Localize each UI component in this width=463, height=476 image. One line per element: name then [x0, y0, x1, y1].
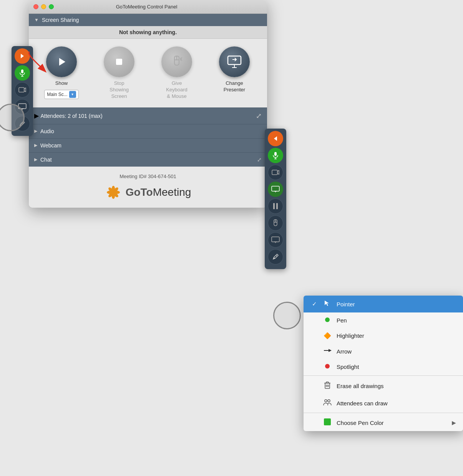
menu-item-spotlight[interactable]: Spotlight	[304, 359, 463, 374]
meeting-footer: Meeting ID# 304-674-501 GoToMee	[29, 167, 267, 208]
menu-item-attendees-draw[interactable]: Attendees can draw	[304, 395, 463, 412]
svg-point-61	[328, 400, 330, 402]
dropdown-text: Main Sc...	[47, 92, 67, 97]
right-screen-share-button[interactable]	[268, 182, 283, 197]
chat-row: ▶ Chat ⤢	[29, 152, 267, 167]
menu-item-pointer[interactable]: ✓ Pointer	[304, 296, 463, 312]
highlighter-label: Highlighter	[337, 332, 456, 339]
right-back-button[interactable]	[268, 131, 283, 146]
sidebar-screen-button[interactable]	[15, 99, 30, 114]
svg-marker-37	[277, 170, 279, 174]
right-mic-button[interactable]	[268, 148, 283, 163]
svg-line-5	[180, 58, 182, 58]
attendees-fullscreen-icon[interactable]: ⤢	[256, 112, 262, 120]
svg-rect-22	[21, 69, 23, 73]
arrow-left-icon	[272, 135, 279, 142]
screen-sharing-label: Screen Sharing	[42, 17, 79, 23]
monitor-icon	[18, 103, 27, 110]
webcam-info: ▶ Webcam	[34, 142, 61, 149]
svg-rect-38	[272, 186, 279, 191]
spotlight-dot-icon	[323, 363, 332, 370]
menu-divider-1	[304, 375, 463, 376]
change-presenter-label: ChangePresenter	[224, 80, 245, 93]
menu-item-pen-color[interactable]: Choose Pen Color ▶	[304, 414, 463, 431]
mouse-right-icon	[272, 219, 279, 227]
stop-showing-label: StopShowingScreen	[110, 80, 129, 100]
pause-icon	[272, 202, 279, 210]
svg-marker-0	[59, 58, 65, 66]
svg-point-20	[111, 190, 116, 195]
give-keyboard-button[interactable]	[161, 46, 192, 77]
spotlight-label: Spotlight	[337, 364, 456, 370]
show-button-wrap: Show Main Sc... ▾	[38, 46, 85, 99]
menu-item-arrow[interactable]: Arrow	[304, 344, 463, 359]
gotomeeting-logo-icon	[105, 184, 122, 201]
sidebar-collapse-button[interactable]	[15, 48, 30, 64]
attendees-label: Attendees: 2 of 101 (max)	[40, 113, 102, 119]
color-square-icon	[323, 418, 332, 427]
screen-dropdown[interactable]: Main Sc... ▾	[44, 90, 78, 99]
menu-divider-2	[304, 413, 463, 413]
chat-fullscreen-icon[interactable]: ⤢	[257, 157, 262, 163]
left-sidebar	[12, 46, 33, 136]
show-button[interactable]	[46, 46, 77, 77]
menu-item-highlighter[interactable]: 🔶 Highlighter	[304, 328, 463, 344]
audio-expand-icon[interactable]: ▶	[34, 129, 37, 134]
stop-icon	[113, 56, 125, 68]
arrow-label: Arrow	[337, 348, 456, 355]
svg-marker-21	[21, 54, 24, 58]
menu-item-erase[interactable]: Erase all drawings	[304, 377, 463, 395]
control-panel-window: GoToMeeting Control Panel ▼ Screen Shari…	[29, 0, 267, 208]
right-mouse-button[interactable]	[268, 215, 283, 231]
svg-rect-33	[274, 152, 277, 156]
camera-right-icon	[272, 169, 279, 175]
screen-sharing-header: ▼ Screen Sharing	[29, 14, 267, 26]
menu-item-pen[interactable]: Pen	[304, 312, 463, 328]
highlighter-icon: 🔶	[323, 332, 332, 339]
webcam-expand-icon[interactable]: ▶	[34, 143, 37, 148]
show-label: Show	[55, 80, 68, 87]
screen-share-active-icon	[271, 186, 280, 193]
window-title: GoToMeeting Control Panel	[31, 4, 262, 10]
submenu-arrow-icon: ▶	[452, 420, 456, 426]
pencil-button-highlight	[273, 302, 301, 329]
collapse-triangle-icon[interactable]: ▼	[34, 17, 39, 23]
stop-showing-button[interactable]	[104, 46, 134, 77]
arrow-right-icon	[19, 53, 26, 60]
pen-color-label: Choose Pen Color	[337, 420, 447, 426]
right-cam-button[interactable]	[268, 165, 283, 180]
right-pause-button[interactable]	[268, 198, 283, 214]
audio-row: ▶ Audio	[29, 124, 267, 138]
attendees-expand-icon[interactable]: ▶	[34, 112, 39, 119]
attendees-row: ▶ Attendees: 2 of 101 (max) ⤢	[29, 107, 267, 124]
pointer-label: Pointer	[337, 301, 456, 307]
svg-rect-7	[228, 56, 241, 64]
change-presenter-button[interactable]	[219, 46, 250, 77]
mic-right-icon	[272, 152, 279, 159]
sidebar-webcam-button[interactable]	[15, 82, 30, 98]
context-menu: ✓ Pointer Pen 🔶 Highlighter Arrow Spotli…	[304, 296, 463, 431]
not-showing-status: Not showing anything.	[29, 26, 267, 39]
meeting-id: Meeting ID# 304-674-501	[33, 174, 263, 179]
chat-expand-icon[interactable]: ▶	[34, 157, 37, 162]
presenter-icon	[226, 55, 242, 69]
svg-rect-45	[272, 237, 279, 242]
sidebar-mic-button[interactable]	[15, 65, 30, 81]
svg-rect-25	[19, 88, 24, 92]
right-pencil-button[interactable]	[268, 249, 283, 264]
svg-marker-26	[24, 88, 26, 92]
dropdown-arrow-icon: ▾	[69, 91, 76, 98]
svg-rect-27	[18, 104, 26, 109]
mic-icon	[19, 69, 26, 77]
audio-label: Audio	[40, 128, 54, 134]
audio-info: ▶ Audio	[34, 128, 54, 134]
arrow-tool-icon	[323, 348, 332, 355]
svg-rect-42	[276, 203, 278, 209]
chat-label: Chat	[40, 157, 52, 163]
sidebar-pencil-button[interactable]	[15, 116, 30, 131]
pen-dot-icon	[323, 317, 332, 324]
stop-showing-wrap: StopShowingScreen	[96, 46, 142, 100]
right-display-button[interactable]	[268, 232, 283, 248]
attendees-info: ▶ Attendees: 2 of 101 (max)	[34, 112, 103, 119]
pencil-icon	[19, 120, 26, 127]
